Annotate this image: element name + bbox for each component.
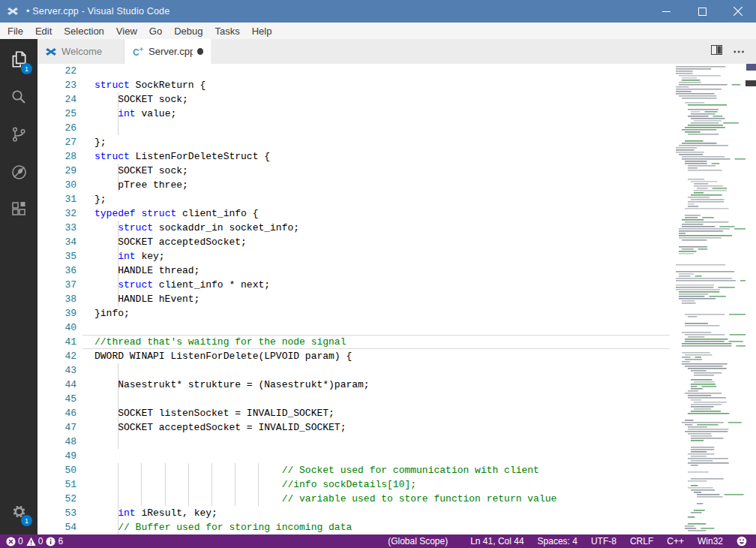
code-line[interactable]: struct client_info * next; bbox=[82, 278, 670, 292]
activity-debug-icon[interactable] bbox=[0, 155, 38, 189]
status-encoding[interactable]: UTF-8 bbox=[591, 536, 616, 546]
line-number[interactable]: 53 bbox=[38, 506, 82, 520]
code-line[interactable] bbox=[82, 363, 670, 378]
line-number[interactable]: 51 bbox=[38, 477, 82, 492]
activity-extensions-icon[interactable] bbox=[0, 192, 38, 227]
status-indentation[interactable]: Spaces: 4 bbox=[538, 536, 578, 546]
modified-dot-icon[interactable] bbox=[197, 48, 203, 55]
minimize-icon[interactable] bbox=[648, 0, 684, 23]
line-number[interactable]: 43 bbox=[38, 363, 82, 378]
menu-item-view[interactable]: View bbox=[110, 24, 143, 38]
status-symbol-scope[interactable]: (Global Scope) bbox=[388, 536, 448, 546]
line-number[interactable]: 45 bbox=[38, 392, 82, 406]
line-number[interactable]: 40 bbox=[38, 321, 82, 335]
line-number[interactable]: 37 bbox=[38, 278, 82, 292]
code-line[interactable] bbox=[82, 392, 670, 406]
code-line[interactable]: SOCKET acceptedSocket = INVALID_SOCKET; bbox=[82, 420, 670, 435]
code-line[interactable]: SOCKET acceptedSocket; bbox=[82, 235, 670, 249]
status-language-mode[interactable]: C++ bbox=[667, 536, 684, 546]
line-number[interactable]: 38 bbox=[38, 292, 82, 306]
info-count[interactable]: 6 bbox=[46, 536, 63, 546]
problems-status[interactable]: 006 bbox=[0, 536, 63, 546]
line-number[interactable]: 48 bbox=[38, 435, 82, 449]
error-count[interactable]: 0 bbox=[6, 536, 23, 546]
code-line[interactable]: HANDLE hEvent; bbox=[82, 292, 670, 306]
code-line[interactable]: DWORD WINAPI ListenForDelete(LPVOID para… bbox=[82, 349, 670, 363]
code-line[interactable]: }info; bbox=[82, 306, 670, 321]
line-number[interactable]: 34 bbox=[38, 235, 82, 249]
menu-item-help[interactable]: Help bbox=[246, 24, 278, 38]
line-number[interactable]: 49 bbox=[38, 449, 82, 463]
line-number[interactable]: 39 bbox=[38, 306, 82, 321]
code-line[interactable]: //info sockDetails[10]; bbox=[82, 477, 670, 492]
code-line[interactable]: pTree three; bbox=[82, 178, 670, 192]
code-line[interactable]: typedef struct client_info { bbox=[82, 206, 670, 221]
code-line[interactable] bbox=[82, 449, 670, 463]
line-number[interactable]: 25 bbox=[38, 107, 82, 121]
scrollbar-thumb[interactable] bbox=[746, 80, 756, 86]
code-line[interactable]: int value; bbox=[82, 107, 670, 121]
line-number[interactable]: 42 bbox=[38, 349, 82, 363]
maximize-icon[interactable] bbox=[684, 0, 720, 23]
line-number[interactable]: 35 bbox=[38, 249, 82, 263]
menu-item-tasks[interactable]: Tasks bbox=[208, 24, 245, 38]
menu-item-selection[interactable]: Selection bbox=[58, 24, 110, 38]
code-line[interactable]: }; bbox=[82, 135, 670, 149]
line-number[interactable]: 23 bbox=[38, 78, 82, 92]
activity-source-control-icon[interactable] bbox=[0, 117, 38, 152]
code-line[interactable]: //thread that's waiting for the node sig… bbox=[82, 335, 670, 349]
line-number[interactable]: 41 bbox=[38, 335, 82, 349]
code-line[interactable] bbox=[82, 435, 670, 449]
menu-item-go[interactable]: Go bbox=[143, 24, 168, 38]
code-line[interactable]: HANDLE thread; bbox=[82, 263, 670, 278]
settings-gear-icon[interactable]: 1 bbox=[0, 494, 38, 528]
code-line[interactable]: struct SockReturn { bbox=[82, 78, 670, 92]
code-line[interactable]: SOCKET sock; bbox=[82, 92, 670, 107]
code-line[interactable]: SOCKET listenSocket = INVALID_SOCKET; bbox=[82, 406, 670, 420]
title-bar[interactable]: • Server.cpp - Visual Studio Code bbox=[0, 0, 756, 23]
code-line[interactable] bbox=[82, 321, 670, 335]
line-number[interactable]: 50 bbox=[38, 463, 82, 477]
status-eol[interactable]: CRLF bbox=[630, 536, 653, 546]
feedback-smiley-icon[interactable] bbox=[736, 536, 747, 546]
code-line[interactable]: struct sockaddr_in socket_info; bbox=[82, 221, 670, 235]
line-number[interactable]: 24 bbox=[38, 92, 82, 107]
code-line[interactable]: Nasestrukt* strukture = (Nasestrukt*)par… bbox=[82, 378, 670, 392]
line-number[interactable]: 44 bbox=[38, 378, 82, 392]
status-platform[interactable]: Win32 bbox=[698, 536, 723, 546]
activity-explorer-icon[interactable]: 1 bbox=[0, 42, 38, 77]
code-line[interactable]: int iResult, key; bbox=[82, 506, 670, 520]
menu-item-edit[interactable]: Edit bbox=[29, 24, 58, 38]
minimap[interactable] bbox=[674, 64, 746, 534]
split-editor-icon[interactable] bbox=[711, 44, 722, 59]
line-number[interactable]: 30 bbox=[38, 178, 82, 192]
code-line[interactable]: // Socket used for communication with cl… bbox=[82, 463, 670, 477]
menu-item-file[interactable]: File bbox=[2, 24, 29, 38]
code-line[interactable]: struct ListenForDeleteStruct { bbox=[82, 149, 670, 164]
code-line[interactable]: SOCKET sock; bbox=[82, 164, 670, 178]
activity-search-icon[interactable] bbox=[0, 80, 38, 114]
code-line[interactable]: int key; bbox=[82, 249, 670, 263]
code-line[interactable]: // variable used to store function retur… bbox=[82, 492, 670, 506]
line-number[interactable]: 33 bbox=[38, 221, 82, 235]
code-line[interactable] bbox=[82, 121, 670, 135]
line-number[interactable]: 46 bbox=[38, 406, 82, 420]
line-number[interactable]: 36 bbox=[38, 263, 82, 278]
line-number[interactable]: 31 bbox=[38, 192, 82, 206]
line-number[interactable]: 47 bbox=[38, 420, 82, 435]
status-cursor-position[interactable]: Ln 41, Col 44 bbox=[470, 536, 524, 546]
warning-count[interactable]: 0 bbox=[26, 536, 44, 546]
code-line[interactable]: }; bbox=[82, 192, 670, 206]
line-number[interactable]: 32 bbox=[38, 206, 82, 221]
line-number[interactable]: 22 bbox=[38, 64, 82, 78]
close-icon[interactable] bbox=[720, 0, 756, 23]
code-line[interactable]: // Buffer used for storing incoming data bbox=[82, 520, 670, 534]
line-number[interactable]: 26 bbox=[38, 121, 82, 135]
line-number[interactable]: 28 bbox=[38, 149, 82, 164]
line-number[interactable]: 52 bbox=[38, 492, 82, 506]
tab-server-cpp[interactable]: C+Server.cpp bbox=[124, 39, 212, 64]
menu-item-debug[interactable]: Debug bbox=[168, 24, 208, 38]
line-number[interactable]: 54 bbox=[38, 520, 82, 534]
line-number[interactable]: 29 bbox=[38, 164, 82, 178]
line-number[interactable]: 27 bbox=[38, 135, 82, 149]
